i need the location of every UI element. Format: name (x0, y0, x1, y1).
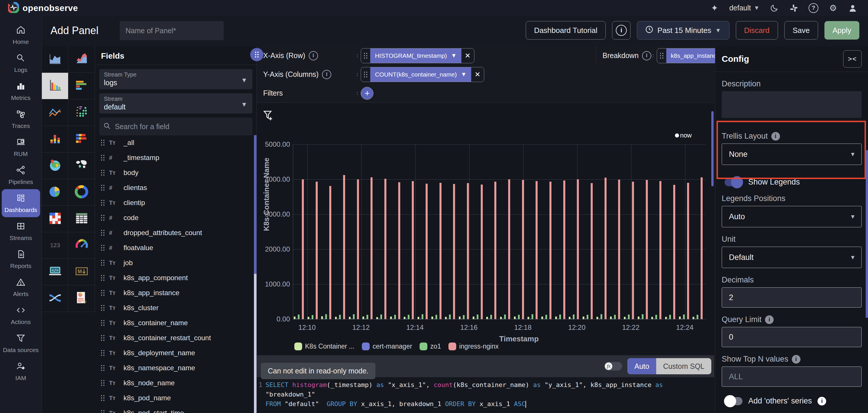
panel-info-button[interactable]: i (612, 21, 630, 39)
vrl-function-toggle[interactable]: fx (604, 362, 622, 371)
chart-type-area[interactable] (42, 46, 68, 73)
chart-type-scatter[interactable] (68, 99, 95, 126)
chart-type-maps[interactable] (68, 152, 95, 179)
sidebar-item-data-sources[interactable]: Data sources (2, 329, 40, 357)
filter-add-icon[interactable] (262, 109, 275, 123)
sidebar-item-traces[interactable]: Traces (2, 105, 40, 133)
remove-y-axis-icon[interactable]: ✕ (471, 67, 484, 82)
field-item[interactable]: # clientas (95, 180, 253, 195)
top-n-input[interactable]: ALL (722, 366, 862, 387)
chart-type-area-stacked[interactable] (68, 46, 95, 73)
legend-item[interactable]: ingress-nginx (448, 343, 499, 350)
field-item[interactable]: Tᴛ _all (95, 135, 253, 150)
sparkle-icon[interactable]: ✦ (710, 3, 719, 13)
trellis-layout-select[interactable]: None ▼ (722, 144, 862, 165)
sidebar-item-streams[interactable]: Streams (2, 217, 40, 245)
field-item[interactable]: Tᴛ k8s_pod_name (95, 390, 253, 406)
sidebar-item-rum[interactable]: RUM (2, 133, 40, 161)
x-axis-chip[interactable]: HISTOGRAM(_timestamp)▼ ✕ (361, 48, 474, 63)
field-item[interactable]: Tᴛ k8s_pod_start_time (95, 406, 253, 413)
field-item[interactable]: Tᴛ k8s_app_instance (95, 285, 253, 300)
stream-select[interactable]: Stream default ▼ (99, 93, 252, 114)
custom-sql-mode-button[interactable]: Custom SQL (656, 358, 711, 374)
field-item[interactable]: # floatvalue (95, 240, 253, 255)
chart-type-pie[interactable] (42, 179, 68, 206)
help-icon[interactable]: ? (809, 3, 818, 13)
decimals-input[interactable]: 2 (722, 287, 862, 307)
sidebar-item-dashboards[interactable]: Dashboards (2, 189, 40, 217)
chart-type-bar-h-stacked[interactable] (68, 126, 95, 152)
field-search-input[interactable] (114, 122, 248, 131)
legend-item[interactable]: cert-manager (362, 343, 412, 350)
user-avatar-icon[interactable] (848, 3, 858, 13)
save-button[interactable]: Save (784, 21, 818, 39)
brand[interactable]: openobserve (8, 2, 78, 14)
field-item[interactable]: Tᴛ clientip (95, 195, 253, 210)
y-axis-chip[interactable]: COUNT(k8s_container_name)▼ ✕ (361, 67, 484, 82)
slack-icon[interactable] (789, 3, 799, 13)
description-textarea[interactable] (722, 91, 862, 118)
sidebar-item-pipelines[interactable]: Pipelines (2, 161, 40, 189)
dashboard-tutorial-button[interactable]: Dashboard Tutorial (526, 21, 606, 39)
field-item[interactable]: Tᴛ body (95, 165, 253, 180)
sidebar-item-alerts[interactable]: Alerts (2, 273, 40, 301)
field-item[interactable]: Tᴛ k8s_cluster (95, 300, 253, 315)
discard-button[interactable]: Discard (736, 21, 778, 39)
auto-mode-button[interactable]: Auto (627, 358, 656, 374)
field-list-scrollbar[interactable] (254, 135, 256, 413)
apply-button[interactable]: Apply (825, 21, 859, 39)
panel-name-input[interactable] (120, 21, 224, 40)
sidebar-item-reports[interactable]: Reports (2, 245, 40, 273)
legends-positions-select[interactable]: Auto ▼ (722, 206, 862, 227)
legend-item[interactable]: zo1 (420, 343, 441, 350)
field-item[interactable]: Tᴛ k8s_container_restart_count (95, 330, 253, 346)
field-item[interactable]: # dropped_attributes_count (95, 225, 253, 240)
chart-type-html[interactable]: </> (42, 259, 68, 285)
chart-type-bar[interactable] (42, 73, 68, 99)
legend-item[interactable]: K8s Container ... (294, 343, 354, 350)
unit-select[interactable]: Default ▼ (722, 247, 862, 268)
field-item[interactable]: # code (95, 210, 253, 225)
field-item[interactable]: # _timestamp (95, 150, 253, 165)
chart-type-gauge[interactable] (68, 232, 95, 259)
collapse-config-button[interactable]: >< (843, 50, 862, 67)
sidebar-item-actions[interactable]: Actions (2, 301, 40, 329)
show-legends-toggle[interactable] (724, 178, 742, 186)
chart-type-markdown[interactable]: M (68, 259, 95, 285)
chart-type-table[interactable] (68, 206, 95, 232)
field-item[interactable]: Tᴛ k8s_app_component (95, 270, 253, 285)
add-others-series-toggle[interactable] (724, 397, 742, 405)
chart-type-donut[interactable] (68, 179, 95, 206)
chart-type-custom-chart[interactable] (68, 285, 95, 312)
remove-x-axis-icon[interactable]: ✕ (461, 49, 474, 63)
chart-type-sankey[interactable] (42, 285, 68, 312)
drag-handle-icon[interactable] (250, 48, 264, 61)
chart-type-heatmap[interactable] (42, 206, 68, 232)
field-item[interactable]: Tᴛ k8s_container_name (95, 315, 253, 330)
time-range-button[interactable]: Past 15 Minutes ▼ (637, 21, 729, 39)
field-item[interactable]: Tᴛ k8s_deployment_name (95, 346, 253, 360)
histogram-chart[interactable] (293, 144, 706, 319)
add-filter-button[interactable]: + (361, 87, 373, 100)
chevron-down-icon: ▼ (241, 101, 247, 108)
chart-type-geomap[interactable] (42, 152, 68, 179)
sidebar-item-home[interactable]: Home (2, 21, 40, 49)
field-item[interactable]: Tᴛ k8s_namespace_name (95, 360, 253, 376)
sidebar-item-metrics[interactable]: Metrics (2, 77, 40, 105)
chart-type-line[interactable] (42, 99, 68, 126)
sql-editor[interactable]: 1 SELECT histogram(_timestamp) as "x_axi… (257, 377, 714, 413)
field-item[interactable]: Tᴛ job (95, 255, 253, 270)
org-selector[interactable]: default ▼ (729, 4, 760, 12)
query-limit-input[interactable]: 0 (722, 327, 862, 347)
chart-type-bar-stacked[interactable] (42, 126, 68, 152)
stream-type-select[interactable]: Stream Type logs ▼ (99, 69, 252, 89)
sidebar-item-iam[interactable]: IAM (2, 357, 40, 385)
main-scrollbar[interactable] (711, 111, 714, 186)
gear-icon[interactable]: ⚙ (828, 3, 838, 13)
chart-type-bar-horizontal[interactable] (68, 73, 95, 99)
field-item[interactable]: Tᴛ k8s_node_name (95, 376, 253, 390)
chart-type-metric-text[interactable]: 123 (42, 232, 68, 259)
sidebar-item-logs[interactable]: Logs (2, 49, 40, 77)
dark-mode-moon-icon[interactable] (769, 3, 779, 13)
config-scrollbar[interactable] (866, 150, 868, 318)
